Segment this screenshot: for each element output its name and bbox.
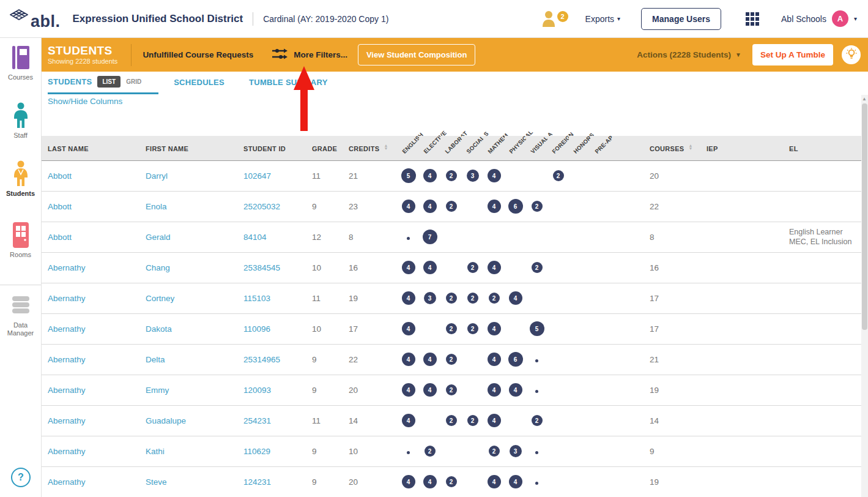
help-button[interactable]: ? — [11, 468, 31, 487]
student-id-link[interactable]: 25384545 — [237, 252, 306, 283]
first-name-link[interactable]: Chang — [139, 252, 237, 283]
last-name-link[interactable]: Abernathy — [42, 283, 139, 313]
credits-cell: 14 — [343, 405, 398, 436]
more-filters-button[interactable]: More Filters... — [272, 48, 347, 62]
show-hide-columns-link[interactable]: Show/Hide Columns — [48, 97, 122, 106]
student-id-link[interactable]: 110096 — [237, 313, 306, 344]
subject-column-header-pre-ap: PRE-AP — [590, 136, 612, 160]
exports-dropdown[interactable]: Exports ▾ — [585, 14, 621, 24]
sort-arrows-icon[interactable]: ▲▼ — [689, 144, 693, 150]
student-id-link[interactable]: 124231 — [237, 466, 306, 497]
vertical-scrollbar[interactable]: ▲ — [861, 95, 868, 497]
subject-column-header-english: ENGLISH — [398, 136, 419, 160]
column-header-last-name[interactable]: LAST NAME — [42, 136, 139, 160]
active-users-indicator[interactable]: 2 — [541, 10, 568, 28]
grade-cell: 12 — [306, 222, 343, 252]
list-view-toggle[interactable]: LIST — [97, 76, 121, 88]
subject-count-cell-foreign — [547, 191, 569, 222]
first-name-link[interactable]: Dakota — [139, 313, 237, 344]
tab-students[interactable]: STUDENTS LIST GRID — [48, 71, 158, 94]
student-id-link[interactable]: 84104 — [237, 222, 306, 252]
subject-count-cell-pre-ap — [590, 344, 612, 375]
sidebar-item-rooms[interactable]: Rooms — [0, 222, 41, 259]
column-header-courses[interactable]: COURSES▲▼ — [645, 136, 703, 160]
first-name-link[interactable]: Kathi — [139, 436, 237, 466]
last-name-link[interactable]: Abernathy — [42, 466, 139, 497]
scrollbar-thumb[interactable] — [862, 103, 867, 330]
tab-tumble-summary[interactable]: TUMBLE SUMMARY — [249, 78, 328, 87]
column-header-el[interactable]: EL — [786, 136, 861, 160]
subject-count-cell-english: 4 — [398, 313, 419, 344]
last-name-link[interactable]: Abernathy — [42, 405, 139, 436]
tab-schedules[interactable]: SCHEDULES — [174, 78, 224, 87]
column-header-iep[interactable]: IEP — [703, 136, 786, 160]
sidebar-divider — [0, 285, 41, 285]
last-name-link[interactable]: Abernathy — [42, 313, 139, 344]
last-name-link[interactable]: Abbott — [42, 222, 139, 252]
course-count-badge: 4 — [423, 353, 437, 366]
book-icon — [0, 44, 41, 71]
last-name-link[interactable]: Abernathy — [42, 375, 139, 405]
account-menu[interactable]: Abl Schools A ▾ — [781, 10, 857, 27]
iep-cell — [703, 436, 786, 466]
first-name-link[interactable]: Gerald — [139, 222, 237, 252]
first-name-link[interactable]: Guadalupe — [139, 405, 237, 436]
column-header-student-id[interactable]: STUDENT ID — [237, 136, 306, 160]
sidebar-item-students[interactable]: Students — [0, 160, 41, 198]
grid-view-toggle[interactable]: GRID — [126, 78, 141, 85]
student-id-link[interactable]: 25205032 — [237, 191, 306, 222]
set-up-tumble-button[interactable]: Set Up A Tumble — [752, 44, 833, 65]
student-id-link[interactable]: 120093 — [237, 375, 306, 405]
sidebar-item-data-manager[interactable]: Data Manager — [0, 292, 41, 337]
subject-count-cell-laborat: 2 — [440, 405, 462, 436]
sort-arrows-icon[interactable]: ▲▼ — [384, 144, 388, 150]
student-id-link[interactable]: 110629 — [237, 436, 306, 466]
credits-cell: 16 — [343, 252, 398, 283]
view-student-composition-button[interactable]: View Student Composition — [358, 44, 475, 65]
last-name-link[interactable]: Abbott — [42, 160, 139, 191]
last-name-link[interactable]: Abernathy — [42, 252, 139, 283]
course-count-badge: 2 — [425, 446, 436, 457]
first-name-link[interactable]: Emmy — [139, 375, 237, 405]
small-count-dot — [407, 237, 410, 240]
first-name-link[interactable]: Delta — [139, 344, 237, 375]
course-count-badge: 2 — [467, 293, 478, 304]
student-id-link[interactable]: 254231 — [237, 405, 306, 436]
help-lightbulb-button[interactable] — [842, 45, 861, 64]
student-id-link[interactable]: 115103 — [237, 283, 306, 313]
unfulfilled-course-requests-link[interactable]: Unfulfilled Course Requests — [143, 50, 253, 59]
sidebar-item-courses[interactable]: Courses — [0, 44, 41, 81]
courses-cell: 19 — [645, 466, 703, 497]
column-header-first-name[interactable]: FIRST NAME — [139, 136, 237, 160]
first-name-link[interactable]: Darryl — [139, 160, 237, 191]
subject-count-cell-pre-ap — [590, 283, 612, 313]
student-id-link[interactable]: 25314965 — [237, 344, 306, 375]
column-header-credits[interactable]: CREDITS▲▼ — [343, 136, 398, 160]
grade-cell: 10 — [306, 252, 343, 283]
course-count-badge: 4 — [402, 353, 415, 366]
first-name-link[interactable]: Steve — [139, 466, 237, 497]
first-name-link[interactable]: Enola — [139, 191, 237, 222]
students-action-bar: STUDENTS Showing 2228 students Unfulfill… — [42, 38, 868, 72]
course-count-badge: 4 — [402, 414, 415, 427]
subject-count-cell-english — [398, 222, 419, 252]
course-count-badge: 2 — [467, 262, 478, 273]
scroll-up-arrow-icon[interactable]: ▲ — [862, 96, 867, 102]
last-name-link[interactable]: Abernathy — [42, 436, 139, 466]
manage-users-button[interactable]: Manage Users — [641, 8, 721, 30]
course-count-badge: 2 — [553, 170, 564, 181]
student-id-link[interactable]: 102647 — [237, 160, 306, 191]
app-grid-icon[interactable] — [746, 12, 759, 26]
sidebar-item-staff[interactable]: Staff — [0, 102, 41, 140]
filter-sliders-icon — [272, 48, 288, 62]
subject-count-cell-visual-a: 2 — [526, 405, 547, 436]
el-cell — [786, 191, 861, 222]
subject-count-cell-elective: 4 — [419, 160, 440, 191]
subject-column-header-social-s: SOCIAL S — [462, 136, 483, 160]
last-name-link[interactable]: Abernathy — [42, 344, 139, 375]
actions-dropdown[interactable]: Actions (2228 Students) ▼ — [637, 50, 741, 59]
first-name-link[interactable]: Cortney — [139, 283, 237, 313]
last-name-link[interactable]: Abbott — [42, 191, 139, 222]
abl-logo[interactable]: abl. — [9, 7, 61, 31]
column-header-grade[interactable]: GRADE — [306, 136, 343, 160]
